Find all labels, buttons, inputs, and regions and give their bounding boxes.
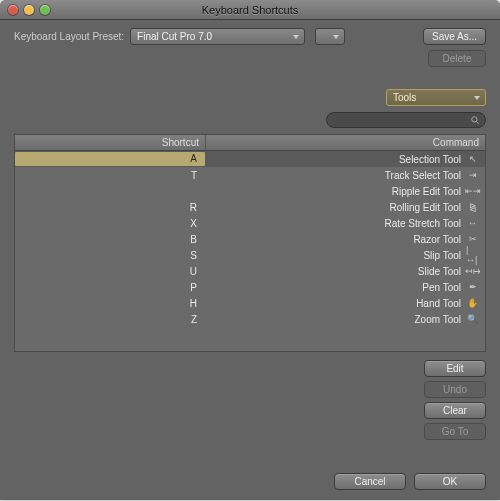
slip-icon: |↔| <box>466 250 479 261</box>
cursor-icon: ↖ <box>466 154 479 165</box>
table-row[interactable]: USlide Tool↤↦ <box>15 263 485 279</box>
hand-icon: ✋ <box>466 298 479 309</box>
table-row[interactable]: HHand Tool✋ <box>15 295 485 311</box>
table-row[interactable]: BRazor Tool✂ <box>15 231 485 247</box>
command-label: Razor Tool <box>413 234 461 245</box>
ok-button[interactable]: OK <box>414 473 486 490</box>
pen-icon: ✒ <box>466 282 479 293</box>
undo-button: Undo <box>424 381 486 398</box>
track-select-icon: ⇥ <box>466 170 479 181</box>
table-row[interactable]: ASelection Tool↖ <box>15 151 485 167</box>
command-cell: Razor Tool✂ <box>205 234 485 245</box>
header-command[interactable]: Command <box>205 135 485 150</box>
command-label: Ripple Edit Tool <box>392 186 461 197</box>
shortcut-cell[interactable]: P <box>15 282 205 293</box>
command-cell: Hand Tool✋ <box>205 298 485 309</box>
svg-point-0 <box>472 117 477 122</box>
shortcut-cell[interactable]: R <box>15 202 205 213</box>
table-row[interactable]: XRate Stretch Tool↔ <box>15 215 485 231</box>
command-label: Pen Tool <box>422 282 461 293</box>
shortcuts-table: Shortcut Command ASelection Tool↖TTrack … <box>14 134 486 352</box>
shortcut-cell[interactable]: U <box>15 266 205 277</box>
command-cell: Slide Tool↤↦ <box>205 266 485 277</box>
razor-icon: ✂ <box>466 234 479 245</box>
preset-value: Final Cut Pro 7.0 <box>137 31 212 42</box>
command-cell: Slip Tool|↔| <box>205 250 485 261</box>
command-cell: Zoom Tool🔍 <box>205 314 485 325</box>
cancel-button[interactable]: Cancel <box>334 473 406 490</box>
table-body: ASelection Tool↖TTrack Select Tool⇥Rippl… <box>15 151 485 351</box>
category-dropdown[interactable]: Tools <box>386 89 486 106</box>
command-label: Rate Stretch Tool <box>384 218 461 229</box>
command-cell: Pen Tool✒ <box>205 282 485 293</box>
content-area: Keyboard Layout Preset: Final Cut Pro 7.… <box>0 20 500 500</box>
slide-icon: ↤↦ <box>466 266 479 277</box>
command-label: Zoom Tool <box>414 314 461 325</box>
shortcut-cell[interactable]: T <box>15 170 205 181</box>
ripple-icon: ⇤⇥ <box>466 186 479 197</box>
search-input[interactable] <box>326 112 486 128</box>
preset-dropdown[interactable]: Final Cut Pro 7.0 <box>130 28 305 45</box>
command-cell: Selection Tool↖ <box>207 154 485 165</box>
table-row[interactable]: Ripple Edit Tool⇤⇥ <box>15 183 485 199</box>
command-cell: Ripple Edit Tool⇤⇥ <box>205 186 485 197</box>
edit-button[interactable]: Edit <box>424 360 486 377</box>
command-cell: Rate Stretch Tool↔ <box>205 218 485 229</box>
header-shortcut[interactable]: Shortcut <box>15 135 205 150</box>
shortcut-cell[interactable]: S <box>15 250 205 261</box>
table-row[interactable]: RRolling Edit Tool⧎ <box>15 199 485 215</box>
command-cell: Track Select Tool⇥ <box>205 170 485 181</box>
clear-button[interactable]: Clear <box>424 402 486 419</box>
command-label: Hand Tool <box>416 298 461 309</box>
shortcut-cell[interactable]: Z <box>15 314 205 325</box>
rate-icon: ↔ <box>466 218 479 229</box>
titlebar: Keyboard Shortcuts <box>0 0 500 20</box>
shortcut-cell[interactable]: H <box>15 298 205 309</box>
shortcut-cell[interactable]: A <box>15 152 205 166</box>
save-as-button[interactable]: Save As... <box>423 28 486 45</box>
svg-line-1 <box>476 121 478 123</box>
secondary-dropdown[interactable] <box>315 28 345 45</box>
rolling-icon: ⧎ <box>466 202 479 213</box>
command-label: Track Select Tool <box>385 170 461 181</box>
dialog-buttons: Cancel OK <box>14 473 486 500</box>
table-header: Shortcut Command <box>15 135 485 151</box>
window-title: Keyboard Shortcuts <box>0 4 500 16</box>
table-row[interactable]: TTrack Select Tool⇥ <box>15 167 485 183</box>
action-buttons: Edit Undo Clear Go To <box>14 360 486 440</box>
shortcut-cell[interactable]: X <box>15 218 205 229</box>
command-label: Slip Tool <box>423 250 461 261</box>
category-value: Tools <box>393 92 416 103</box>
table-row[interactable]: ZZoom Tool🔍 <box>15 311 485 327</box>
goto-button: Go To <box>424 423 486 440</box>
delete-button: Delete <box>428 50 486 67</box>
command-label: Slide Tool <box>418 266 461 277</box>
preset-label: Keyboard Layout Preset: <box>14 31 124 42</box>
zoom-icon: 🔍 <box>466 314 479 325</box>
command-cell: Rolling Edit Tool⧎ <box>205 202 485 213</box>
keyboard-shortcuts-window: Keyboard Shortcuts Keyboard Layout Prese… <box>0 0 500 500</box>
command-label: Selection Tool <box>399 154 461 165</box>
command-label: Rolling Edit Tool <box>389 202 461 213</box>
preset-row: Keyboard Layout Preset: Final Cut Pro 7.… <box>14 28 486 45</box>
table-row[interactable]: SSlip Tool|↔| <box>15 247 485 263</box>
table-row[interactable]: PPen Tool✒ <box>15 279 485 295</box>
shortcut-cell[interactable]: B <box>15 234 205 245</box>
search-icon <box>470 115 480 125</box>
